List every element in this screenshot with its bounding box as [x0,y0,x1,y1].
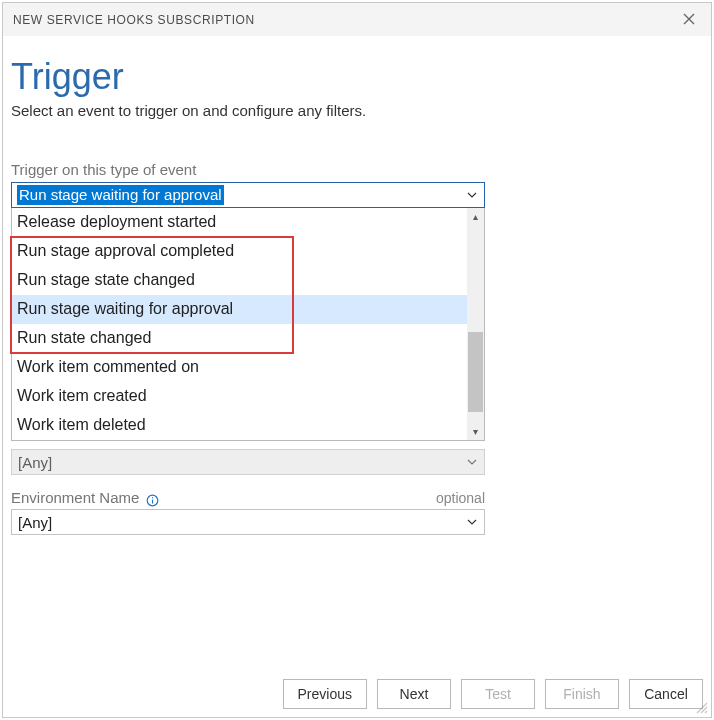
previous-button[interactable]: Previous [283,679,367,709]
dialog-title: NEW SERVICE HOOKS SUBSCRIPTION [13,13,255,27]
finish-button[interactable]: Finish [545,679,619,709]
stage-select[interactable]: [Any] [11,449,485,475]
scroll-down-arrow-icon[interactable]: ▾ [467,423,484,440]
chevron-down-icon [466,516,478,528]
cancel-button[interactable]: Cancel [629,679,703,709]
environment-name-label: Environment Name [11,489,159,506]
resize-grip-icon[interactable] [694,700,708,714]
optional-tag: optional [436,490,485,506]
trigger-type-select[interactable]: Run stage waiting for approval [11,182,485,208]
trigger-option[interactable]: Work item deleted [12,411,484,440]
next-button[interactable]: Next [377,679,451,709]
svg-rect-2 [152,497,153,498]
trigger-option[interactable]: Work item created [12,382,484,411]
trigger-option[interactable]: Run stage state changed [12,266,484,295]
content-area: Trigger Select an event to trigger on an… [3,36,711,535]
stage-field: [Any] [11,449,707,475]
chevron-down-icon [466,456,478,468]
info-icon[interactable] [146,493,159,506]
chevron-down-icon [466,189,478,201]
environment-select-value: [Any] [18,514,52,531]
trigger-option[interactable]: Run stage approval completed [12,237,484,266]
scrollbar-thumb[interactable] [468,332,483,412]
page-description: Select an event to trigger on and config… [11,102,707,119]
trigger-option[interactable]: Run state changed [12,324,484,353]
environment-select[interactable]: [Any] [11,509,485,535]
wizard-button-bar: Previous Next Test Finish Cancel [283,679,703,709]
page-title: Trigger [11,56,707,98]
trigger-type-selected-value: Run stage waiting for approval [17,185,224,205]
trigger-type-select-wrap: Run stage waiting for approval Release d… [11,182,485,441]
titlebar: NEW SERVICE HOOKS SUBSCRIPTION [3,3,711,36]
close-icon[interactable] [679,11,699,29]
dropdown-scrollbar[interactable]: ▴ ▾ [467,208,484,440]
dialog: NEW SERVICE HOOKS SUBSCRIPTION Trigger S… [2,2,712,718]
trigger-type-label: Trigger on this type of event [11,161,707,178]
trigger-option[interactable]: Run stage waiting for approval [12,295,484,324]
stage-select-value: [Any] [18,454,52,471]
scroll-up-arrow-icon[interactable]: ▴ [467,208,484,225]
trigger-option[interactable]: Release deployment started [12,208,484,237]
environment-field: Environment Name optional [Any] [11,489,707,535]
trigger-option[interactable]: Work item commented on [12,353,484,382]
trigger-type-dropdown[interactable]: Release deployment started Run stage app… [11,208,485,441]
svg-rect-1 [152,499,153,503]
test-button[interactable]: Test [461,679,535,709]
